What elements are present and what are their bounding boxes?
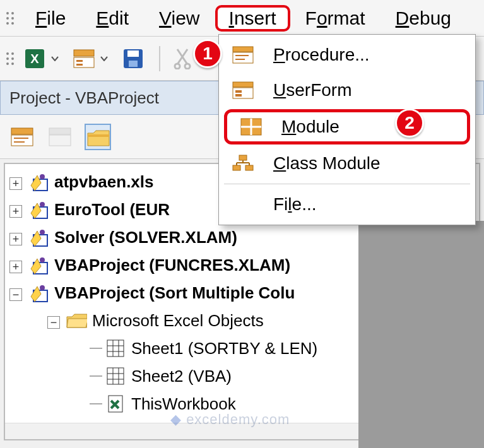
collapse-icon[interactable]: −: [47, 316, 60, 329]
callout-badge-1: 1: [193, 39, 222, 68]
svg-rect-51: [233, 165, 240, 170]
folder-open-icon: [66, 310, 87, 331]
procedure-icon: [230, 45, 256, 65]
class-module-icon: [230, 153, 256, 174]
view-code-icon[interactable]: [9, 124, 35, 150]
svg-point-19: [40, 174, 45, 179]
menu-insert[interactable]: Insert: [215, 5, 290, 32]
vba-project-icon: [28, 171, 49, 192]
svg-point-9: [175, 64, 180, 69]
worksheet-icon: [105, 338, 126, 359]
svg-rect-43: [233, 82, 253, 87]
collapse-icon[interactable]: −: [9, 288, 22, 301]
svg-rect-28: [107, 340, 124, 357]
svg-rect-46: [235, 94, 242, 97]
expand-icon[interactable]: +: [9, 261, 22, 273]
toggle-folders-icon[interactable]: [85, 124, 111, 150]
svg-text:X: X: [30, 52, 39, 66]
vba-project-icon: [28, 227, 49, 248]
svg-rect-8: [129, 61, 138, 67]
tree-label: Solver (SOLVER.XLAM): [54, 228, 237, 247]
form-icon[interactable]: [71, 45, 97, 72]
dropdown-arrow-icon[interactable]: [100, 56, 109, 61]
insert-menu-dropdown: Procedure... UserForm Module Class Modul…: [218, 34, 476, 225]
menu-bar: File Edit View Insert Format Debug: [0, 0, 484, 37]
grip-icon: [6, 52, 14, 65]
svg-point-10: [185, 64, 190, 69]
tree-label: Sheet1 (SORTBY & LEN): [131, 339, 317, 358]
dropdown-arrow-icon[interactable]: [50, 56, 59, 61]
tree-label: VBAProject (Sort Multiple Colu: [54, 283, 295, 303]
svg-rect-33: [107, 368, 124, 384]
grip-icon: [6, 12, 14, 25]
vba-project-icon: [28, 282, 49, 304]
mdi-background: [358, 221, 484, 448]
tree-label: Microsoft Excel Objects: [92, 311, 264, 331]
menu-item-file[interactable]: File...: [219, 187, 475, 222]
menu-debug[interactable]: Debug: [381, 5, 466, 32]
svg-rect-2: [74, 50, 94, 56]
svg-rect-5: [76, 64, 83, 66]
svg-point-21: [40, 202, 45, 207]
expand-icon[interactable]: +: [9, 205, 22, 218]
svg-rect-50: [239, 155, 247, 160]
view-object-icon[interactable]: [47, 124, 73, 150]
project-panel-title: Project - VBAProject: [9, 88, 159, 108]
svg-rect-45: [235, 90, 242, 93]
tree-label: EuroTool (EUR: [54, 200, 170, 220]
menu-item-userform[interactable]: UserForm: [219, 73, 475, 108]
menu-view[interactable]: View: [144, 5, 215, 32]
svg-rect-17: [88, 134, 109, 137]
tree-connector: [90, 348, 102, 349]
tree-label: Sheet2 (VBA): [131, 367, 232, 386]
expand-icon[interactable]: +: [9, 177, 22, 190]
svg-rect-44: [233, 88, 253, 98]
svg-rect-39: [233, 47, 253, 52]
tree-label: ThisWorkbook: [131, 394, 236, 414]
svg-point-27: [40, 285, 45, 290]
svg-rect-11: [11, 128, 33, 134]
menu-separator: [224, 184, 470, 184]
userform-icon: [230, 80, 256, 100]
menu-item-class-module[interactable]: Class Module: [219, 146, 475, 181]
svg-rect-4: [76, 60, 83, 62]
tree-connector: [90, 375, 102, 377]
module-icon: [239, 117, 264, 137]
svg-rect-3: [74, 57, 94, 68]
menu-item-procedure[interactable]: Procedure...: [219, 37, 475, 73]
svg-rect-52: [245, 165, 253, 170]
workbook-icon: [105, 393, 126, 415]
menu-edit[interactable]: Edit: [81, 5, 144, 32]
vba-project-icon: [28, 254, 49, 276]
menu-file[interactable]: File: [20, 5, 81, 32]
vba-project-icon: [28, 199, 49, 220]
worksheet-icon: [105, 365, 126, 387]
tree-label: VBAProject (FUNCRES.XLAM): [54, 256, 290, 275]
svg-rect-7: [127, 50, 139, 57]
blank-icon: [230, 194, 256, 215]
tree-label: atpvbaen.xls: [54, 172, 154, 192]
menu-format[interactable]: Format: [290, 5, 381, 32]
separator: [159, 46, 160, 71]
cut-icon[interactable]: [170, 45, 197, 72]
watermark: ◆ exceldemy.com: [170, 411, 290, 428]
svg-point-25: [40, 257, 45, 262]
svg-point-23: [40, 230, 45, 235]
svg-rect-40: [233, 52, 253, 63]
svg-rect-16: [49, 135, 71, 146]
expand-icon[interactable]: +: [9, 233, 22, 245]
svg-rect-15: [49, 128, 71, 134]
tree-connector: [90, 403, 102, 404]
callout-badge-2: 2: [395, 109, 424, 138]
excel-icon[interactable]: X: [21, 45, 48, 72]
svg-rect-12: [11, 135, 33, 146]
save-icon[interactable]: [120, 45, 146, 72]
menu-item-module[interactable]: Module: [224, 109, 470, 144]
